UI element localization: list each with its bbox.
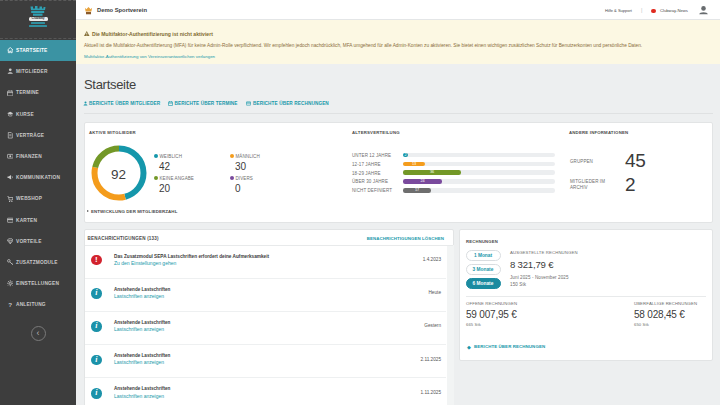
- svg-text:?: ?: [8, 302, 12, 308]
